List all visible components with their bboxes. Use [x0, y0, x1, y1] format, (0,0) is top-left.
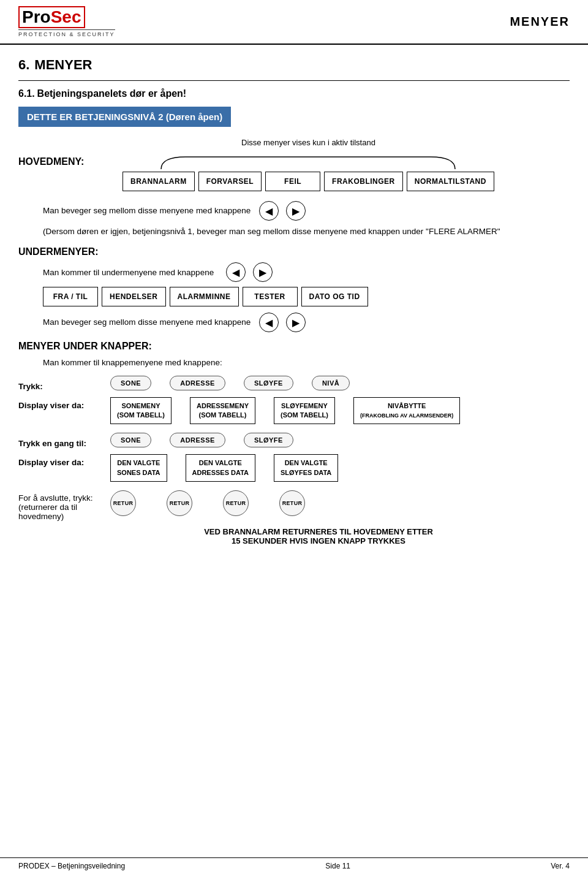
logo-pro: Pro [22, 7, 51, 26]
footer-right: Ver. 4 [551, 862, 570, 870]
logo-box: ProSec [18, 6, 85, 28]
retur-btn-1[interactable]: RETUR [110, 490, 136, 516]
nav-right-1[interactable]: ▶ [286, 201, 306, 221]
for-a-label: For å avslutte, trykk: (returnerer da ti… [18, 490, 110, 521]
retur-btn-4[interactable]: RETUR [279, 490, 305, 516]
disp-box-sone: SONEMENY(SOM TABELL) [110, 397, 172, 425]
logo-pro-text: ProSec [22, 7, 81, 26]
nav-arrows-3: ◀ ▶ [259, 313, 306, 332]
disp-box-adresse: ADRESSEMENY(SOM TABELL) [190, 397, 255, 425]
footer-center: Side 11 [325, 862, 350, 870]
hoved-body-text1: Man beveger seg mellom disse menyene med… [43, 205, 251, 217]
box-fra-til: FRA / TIL [43, 287, 98, 306]
logo-border: ProSec [18, 6, 85, 28]
logo-sec: Sec [51, 7, 81, 26]
btn-sone-1[interactable]: SONE [110, 376, 151, 390]
btn-sone-2[interactable]: SONE [110, 433, 151, 447]
disp-box-sone-data: DEN VALGTESONES DATA [110, 454, 167, 482]
box-feil: FEIL [265, 172, 320, 191]
under-row-1: Man kommer til undermenyene med knappene… [43, 262, 570, 282]
btn-adresse-2[interactable]: ADRESSE [170, 433, 225, 447]
nav-left-3[interactable]: ◀ [259, 313, 279, 332]
section-title: MENYER [34, 57, 92, 73]
btn-adresse-1[interactable]: ADRESSE [170, 376, 225, 390]
ved-brann-text: VED BRANNALARM RETURNERES TIL HOVEDMENY … [67, 527, 570, 545]
display-boxes-1: SONEMENY(SOM TABELL) ADRESSEMENY(SOM TAB… [110, 397, 460, 425]
header-title: MENYER [510, 15, 570, 29]
logo-area: ProSec PROTECTION & SECURITY [18, 6, 115, 37]
box-forvarsel: FORVARSEL [198, 172, 262, 191]
for-a-row: For å avslutte, trykk: (returnerer da ti… [18, 490, 570, 521]
retur-btn-2[interactable]: RETUR [167, 490, 192, 516]
trykk2-label: Trykk en gang til: [18, 433, 110, 448]
under-text-1: Man kommer til undermenyene med knappene [43, 268, 214, 277]
retur-buttons: RETUR RETUR RETUR RETUR [110, 490, 305, 516]
menu-boxes-hoved: BRANNALARM FORVARSEL FEIL FRAKOBLINGER N… [123, 172, 494, 191]
ved-brann-line1: VED BRANNALARM RETURNERES TIL HOVEDMENY … [67, 527, 570, 536]
ved-brann-line2: 15 SEKUNDER HVIS INGEN KNAPP TRYKKES [67, 536, 570, 545]
knapper-label: MENYER UNDER KNAPPER: [18, 341, 152, 351]
box-alarmminne: ALARMMINNE [170, 287, 239, 306]
box-hendelser: HENDELSER [102, 287, 166, 306]
box-normaltilstand: NORMALTILSTAND [407, 172, 494, 191]
subsection-title: Betjeningspanelets dør er åpen! [37, 88, 187, 99]
box-dato-og-tid: DATO OG TID [301, 287, 368, 306]
disp-box-sloye-data: DEN VALGTESLØYFES DATA [274, 454, 338, 482]
main-content: 6. MENYER 6.1. Betjeningspanelets dør er… [0, 45, 588, 570]
nav-right-3[interactable]: ▶ [286, 313, 306, 332]
hovedmeny-row: HOVEDMENY: Disse menyer vises kun i akti… [18, 138, 570, 195]
hovedmeny-right: Disse menyer vises kun i aktiv tilstand … [123, 138, 494, 195]
trykk-label: Trykk: [18, 376, 110, 391]
footer-left: PRODEX – Betjeningsveiledning [18, 862, 125, 870]
nav-arrows-2: ◀ ▶ [226, 262, 273, 282]
trykk-row: Trykk: SONE ADRESSE SLØYFE NIVÅ [18, 376, 570, 391]
disp-box-sloye: SLØYFEMENY(SOM TABELL) [274, 397, 335, 425]
blue-banner: DETTE ER BETJENINGSNIVÅ 2 (Døren åpen) [18, 107, 231, 127]
btn-sloye-1[interactable]: SLØYFE [244, 376, 293, 390]
retur-btn-3[interactable]: RETUR [223, 490, 249, 516]
display-row-2: Display viser da: DEN VALGTESONES DATA D… [18, 454, 570, 482]
logo-subtitle: PROTECTION & SECURITY [18, 29, 115, 37]
nav-right-2[interactable]: ▶ [253, 262, 273, 282]
trykk-buttons: SONE ADRESSE SLØYFE NIVÅ [110, 376, 350, 390]
trykk-buttons-2: SONE ADRESSE SLØYFE [110, 433, 293, 447]
box-tester: TESTER [243, 287, 298, 306]
display-label-2: Display viser da: [18, 454, 110, 467]
undermenyer-label: UNDERMENYER: [18, 246, 99, 257]
display-row-1: Display viser da: SONEMENY(SOM TABELL) A… [18, 397, 570, 425]
under-body-text2: Man beveger seg mellom disse menyene med… [43, 316, 251, 329]
nav-left-1[interactable]: ◀ [259, 201, 279, 221]
box-frakoblinger: FRAKOBLINGER [324, 172, 403, 191]
hovedmeny-label: HOVEDMENY: [18, 138, 104, 167]
display-boxes-2: DEN VALGTESONES DATA DEN VALGTEADRESSES … [110, 454, 338, 482]
bracket-svg [149, 152, 467, 170]
section-number: 6. [18, 57, 29, 73]
hoved-note: Disse menyer vises kun i aktiv tilstand [241, 138, 375, 147]
knapper-text1: Man kommer til knappemenyene med knappen… [43, 357, 570, 369]
nav-left-2[interactable]: ◀ [226, 262, 246, 282]
footer: PRODEX – Betjeningsveiledning Side 11 Ve… [0, 857, 588, 874]
btn-niva-1[interactable]: NIVÅ [312, 376, 350, 390]
display-label-1: Display viser da: [18, 397, 110, 410]
nav-arrows-1: ◀ ▶ [259, 201, 306, 221]
subsection-number: 6.1. [18, 88, 35, 99]
header: ProSec PROTECTION & SECURITY MENYER [0, 0, 588, 45]
box-brannalarm: BRANNALARM [123, 172, 195, 191]
trykk-row-2: Trykk en gang til: SONE ADRESSE SLØYFE [18, 433, 570, 448]
disp-box-niva: NIVÅBYTTE(FRAKOBLING AV ALARMSENDER) [353, 397, 460, 425]
hoved-body-text2: (Dersom døren er igjen, betjeningsnivå 1… [43, 226, 570, 238]
disp-box-adresse-data: DEN VALGTEADRESSES DATA [186, 454, 256, 482]
menu-boxes-under: FRA / TIL HENDELSER ALARMMINNE TESTER DA… [43, 287, 570, 306]
btn-sloye-2[interactable]: SLØYFE [244, 433, 293, 447]
